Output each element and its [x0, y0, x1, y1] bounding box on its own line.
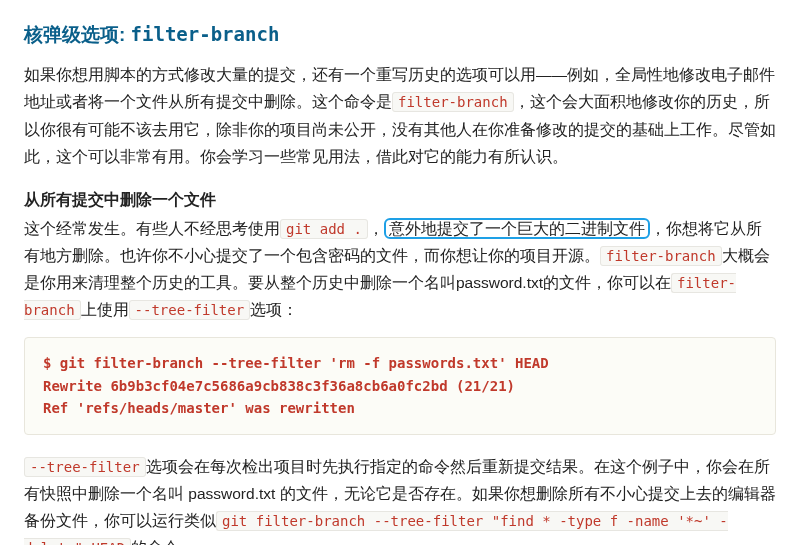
code-block: $ git filter-branch --tree-filter 'rm -f… — [24, 337, 776, 434]
code-filter-branch: filter-branch — [392, 92, 514, 112]
text: ， — [368, 220, 384, 237]
code-git-add: git add . — [280, 219, 368, 239]
subsection-heading: 从所有提交中删除一个文件 — [24, 186, 776, 213]
heading-prefix: 核弹级选项: — [24, 24, 131, 45]
heading-code: filter-branch — [131, 23, 280, 45]
text: 这个经常发生。有些人不经思考使用 — [24, 220, 280, 237]
text: 选项： — [250, 301, 298, 318]
body-paragraph: 这个经常发生。有些人不经思考使用git add .，意外地提交了一个巨大的二进制… — [24, 215, 776, 324]
closing-paragraph: --tree-filter选项会在每次检出项目时先执行指定的命令然后重新提交结果… — [24, 453, 776, 545]
code-tree-filter: --tree-filter — [129, 300, 251, 320]
code-filter-branch: filter-branch — [600, 246, 722, 266]
code-tree-filter: --tree-filter — [24, 457, 146, 477]
text: 上使用 — [81, 301, 129, 318]
section-heading: 核弹级选项: filter-branch — [24, 18, 776, 51]
highlight-box: 意外地提交了一个巨大的二进制文件 — [384, 218, 650, 239]
text: 的命令。 — [131, 539, 195, 545]
intro-paragraph: 如果你想用脚本的方式修改大量的提交，还有一个重写历史的选项可以用——例如，全局性… — [24, 61, 776, 170]
